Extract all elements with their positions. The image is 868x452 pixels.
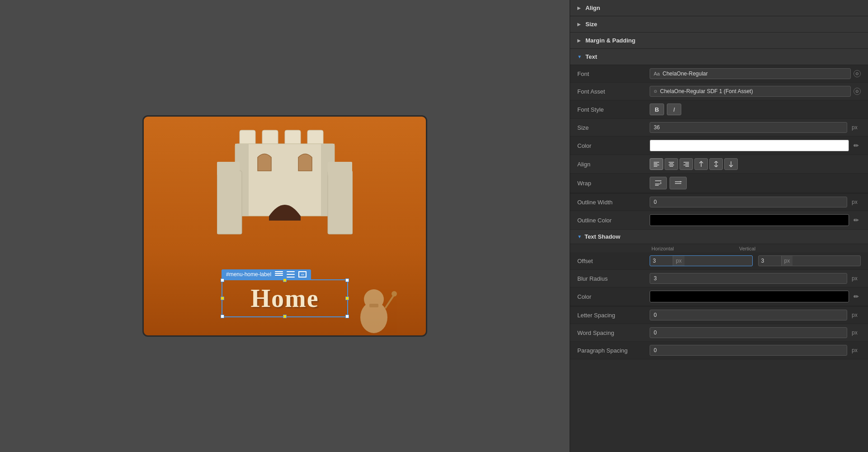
font-label: Font bbox=[577, 71, 650, 77]
font-link-icon[interactable]: ⊙ bbox=[854, 70, 861, 77]
offset-horizontal-input[interactable] bbox=[650, 256, 673, 266]
size-unit: px bbox=[852, 124, 861, 131]
font-asset-row: Font Asset ⊙ ChelaOne-Regular SDF 1 (Fon… bbox=[570, 83, 868, 100]
wrap-value bbox=[650, 177, 861, 189]
offset-value: px px bbox=[650, 255, 861, 266]
offset-vertical-unit: px bbox=[781, 256, 793, 266]
offset-vertical-field[interactable]: px bbox=[758, 255, 861, 266]
handle-bottom-right[interactable] bbox=[345, 315, 349, 318]
handle-bottom-middle[interactable] bbox=[283, 315, 287, 318]
align-left-button[interactable] bbox=[650, 158, 663, 170]
blur-radius-input[interactable] bbox=[650, 273, 847, 284]
wrap-overflow-button[interactable] bbox=[670, 177, 687, 189]
section-align-header[interactable]: ▶ Align bbox=[570, 0, 868, 16]
font-name-text: ChelaOne-Regular bbox=[662, 71, 847, 77]
letter-spacing-value: px bbox=[650, 310, 861, 320]
distribute-toolbar-icon[interactable] bbox=[287, 271, 295, 278]
shadow-color-row: Color ✏ bbox=[570, 287, 868, 306]
size-arrow-icon: ▶ bbox=[577, 22, 582, 27]
font-aa-icon: Aa bbox=[654, 71, 660, 76]
paragraph-spacing-value: px bbox=[650, 345, 861, 356]
shadow-color-label: Color bbox=[577, 293, 650, 300]
handle-top-middle[interactable] bbox=[283, 278, 287, 282]
wrap-label: Wrap bbox=[577, 180, 650, 187]
align-arrow-icon: ▶ bbox=[577, 5, 582, 10]
font-value: Aa ChelaOne-Regular ⊙ bbox=[650, 68, 861, 79]
outline-width-label: Outline Width bbox=[577, 199, 650, 206]
letter-spacing-input[interactable] bbox=[650, 310, 847, 320]
text-section-arrow: ▼ bbox=[577, 54, 582, 59]
offset-vertical-input[interactable] bbox=[759, 256, 781, 266]
section-margin-header[interactable]: ▶ Margin & Padding bbox=[570, 33, 868, 49]
svg-rect-8 bbox=[217, 171, 242, 234]
color-picker-button[interactable]: ✏ bbox=[852, 140, 861, 151]
outline-width-unit: px bbox=[852, 199, 861, 205]
handle-top-right[interactable] bbox=[345, 278, 349, 282]
color-field[interactable] bbox=[650, 140, 849, 151]
selected-element[interactable]: #menu-home-label ⇔ bbox=[222, 269, 348, 317]
size-input[interactable] bbox=[650, 122, 847, 133]
offset-horizontal-field[interactable]: px bbox=[650, 255, 753, 266]
color-row: Color ✏ bbox=[570, 137, 868, 155]
outline-color-label: Outline Color bbox=[577, 217, 650, 224]
font-asset-name-text: ChelaOne-Regular SDF 1 (Font Asset) bbox=[660, 88, 847, 94]
font-asset-label: Font Asset bbox=[577, 88, 650, 95]
scene-background: #menu-home-label ⇔ bbox=[142, 115, 427, 337]
align-top-button[interactable] bbox=[694, 158, 708, 170]
text-shadow-title: Text Shadow bbox=[585, 233, 620, 240]
outline-color-picker-button[interactable]: ✏ bbox=[852, 214, 861, 226]
size-label: Size bbox=[577, 124, 650, 131]
letter-spacing-label: Letter Spacing bbox=[577, 312, 650, 319]
handle-top-left[interactable] bbox=[221, 278, 224, 282]
size-row: Size px bbox=[570, 119, 868, 137]
italic-button[interactable]: I bbox=[667, 104, 681, 115]
word-spacing-input[interactable] bbox=[650, 327, 847, 338]
home-text-element: Home bbox=[226, 284, 344, 313]
wrap-normal-button[interactable] bbox=[650, 177, 667, 189]
offset-row: Offset px px bbox=[570, 252, 868, 270]
font-asset-link-icon[interactable]: ⊙ bbox=[854, 88, 861, 95]
word-spacing-label: Word Spacing bbox=[577, 330, 650, 336]
outline-color-field[interactable] bbox=[650, 214, 849, 226]
outline-width-input[interactable] bbox=[650, 197, 847, 207]
bold-button[interactable]: B bbox=[650, 104, 664, 115]
paragraph-spacing-input[interactable] bbox=[650, 345, 847, 356]
font-asset-input-field[interactable]: ⊙ ChelaOne-Regular SDF 1 (Font Asset) bbox=[650, 86, 851, 97]
font-input-field[interactable]: Aa ChelaOne-Regular bbox=[650, 68, 851, 79]
selection-box: Home bbox=[222, 279, 348, 317]
shadow-color-picker-button[interactable]: ✏ bbox=[852, 291, 861, 302]
section-size-header[interactable]: ▶ Size bbox=[570, 16, 868, 33]
handle-bottom-left[interactable] bbox=[221, 315, 224, 318]
text-shadow-header[interactable]: ▼ Text Shadow bbox=[570, 230, 868, 244]
font-style-label: Font Style bbox=[577, 106, 650, 113]
text-section: ▼ Text Font Aa ChelaOne-Regular ⊙ Font A… bbox=[570, 49, 868, 359]
align-row: Align bbox=[570, 155, 868, 174]
text-section-header[interactable]: ▼ Text bbox=[570, 49, 868, 65]
resize-toolbar-icon[interactable]: ⇔ bbox=[298, 271, 307, 278]
svg-rect-11 bbox=[231, 162, 240, 175]
paragraph-spacing-unit: px bbox=[852, 347, 861, 353]
wrap-row: Wrap bbox=[570, 174, 868, 193]
shadow-color-field[interactable] bbox=[650, 291, 849, 302]
color-label: Color bbox=[577, 142, 650, 149]
color-value: ✏ bbox=[650, 140, 861, 151]
element-id-label: #menu-home-label bbox=[226, 271, 271, 278]
word-spacing-value: px bbox=[650, 327, 861, 338]
margin-section-title: Margin & Padding bbox=[585, 37, 636, 44]
align-section-title: Align bbox=[585, 5, 600, 11]
align-toolbar-icon[interactable] bbox=[275, 271, 283, 278]
outline-width-value: px bbox=[650, 197, 861, 207]
handle-right-middle[interactable] bbox=[345, 297, 349, 300]
align-middle-button[interactable] bbox=[709, 158, 723, 170]
horizontal-header: Horizontal bbox=[651, 246, 737, 251]
word-spacing-unit: px bbox=[852, 330, 861, 336]
align-right-button[interactable] bbox=[679, 158, 693, 170]
align-bottom-button[interactable] bbox=[724, 158, 738, 170]
offset-headers: Horizontal Vertical bbox=[570, 244, 868, 252]
font-asset-icon: ⊙ bbox=[654, 89, 657, 94]
letter-spacing-unit: px bbox=[852, 312, 861, 318]
align-center-button[interactable] bbox=[665, 158, 678, 170]
align-value bbox=[650, 158, 861, 170]
font-row: Font Aa ChelaOne-Regular ⊙ bbox=[570, 65, 868, 83]
handle-left-middle[interactable] bbox=[221, 297, 224, 300]
